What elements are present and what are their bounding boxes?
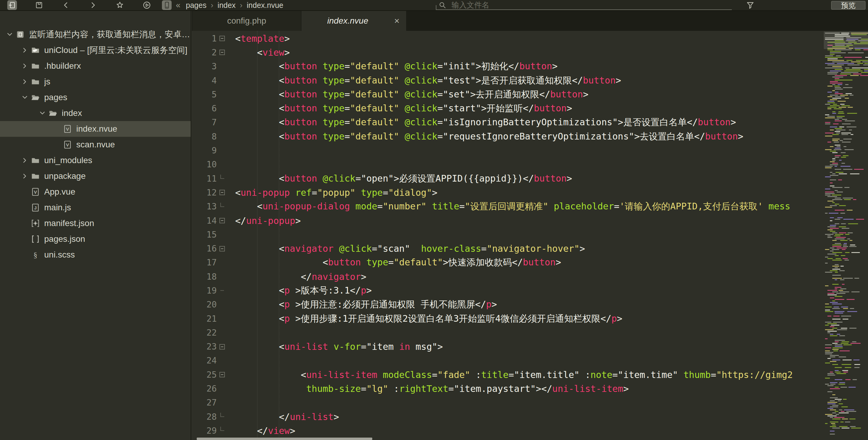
breadcrumb-item[interactable]: index [218, 1, 236, 10]
code-line[interactable]: 23 <uni-list v-for="item in msg"> [192, 340, 824, 354]
code-line[interactable]: 13 <uni-popup-dialog mode="number" title… [192, 200, 824, 214]
tree-item-app.vue[interactable]: VApp.vue [0, 184, 191, 200]
chevron-right-icon[interactable] [19, 46, 30, 55]
chevron-right-icon[interactable] [19, 156, 30, 165]
tree-item--[interactable]: 监听通知栏内容，获取通知栏消息，安卓原… [0, 27, 191, 42]
line-number: 20 [192, 300, 217, 310]
chevron-down-icon[interactable] [4, 30, 15, 39]
tree-item-uni.scss[interactable]: §uni.scss [0, 247, 191, 263]
code-line[interactable]: 29 </view> [192, 423, 824, 438]
tree-item-main.js[interactable]: Jmain.js [0, 200, 191, 216]
run-icon[interactable] [142, 0, 152, 10]
code-line[interactable]: 4 <button type="default" @click="test">是… [192, 73, 824, 88]
fold-marker-box[interactable] [217, 246, 227, 251]
json-brackets-icon [30, 234, 40, 244]
code-line[interactable]: 27 [192, 396, 824, 410]
code-line[interactable]: 22 [192, 325, 824, 340]
code-line[interactable]: 17 <button type="default">快速添加收款码</butto… [192, 256, 824, 270]
code-text: </uni-popup> [235, 216, 301, 226]
search-input[interactable] [452, 1, 700, 9]
code-line[interactable]: 3 <button type="default" @click="init">初… [192, 60, 824, 73]
code-line[interactable]: 15 [192, 227, 824, 242]
code-line[interactable]: 21 <p >使用步骤:1开启通知权限2设置白名单3开始监听4微信必须开启通知栏… [192, 312, 824, 325]
tab-index.nvue[interactable]: index.nvue× [302, 11, 406, 31]
svg-text:V: V [66, 126, 69, 132]
device-icon[interactable] [162, 0, 172, 10]
code-line[interactable]: 1<template> [192, 31, 824, 45]
code-line[interactable]: 25 <uni-list-item modeClass="fade" :titl… [192, 368, 824, 382]
code-line[interactable]: 28 </uni-list> [192, 410, 824, 423]
tree-item-label: pages [44, 93, 67, 102]
tree-item-label: App.vue [44, 187, 75, 197]
tab-config.php[interactable]: config.php [192, 11, 301, 31]
fold-marker-box[interactable] [217, 372, 227, 377]
tab-label: config.php [227, 16, 266, 26]
back-icon[interactable] [61, 0, 71, 10]
tree-item-pages.json[interactable]: pages.json [0, 231, 191, 247]
horizontal-scrollbar-thumb[interactable] [197, 438, 372, 440]
code-line[interactable]: 18 </navigator> [192, 270, 824, 284]
code-line[interactable]: 14</uni-popup> [192, 214, 824, 227]
code-line[interactable]: 9 [192, 144, 824, 157]
breadcrumb-collapse-icon[interactable]: « [176, 1, 180, 10]
code-line[interactable]: 16 <navigator @click="scan" hover-class=… [192, 242, 824, 255]
folder-icon [30, 171, 40, 181]
toolbar: « pages›index›index.nvue 预览 [0, 0, 868, 11]
chevron-right-icon[interactable] [19, 77, 30, 86]
project-icon [15, 30, 25, 39]
minimap[interactable] [824, 31, 868, 440]
tree-item-label: main.js [44, 203, 71, 213]
chevron-down-icon[interactable] [19, 93, 30, 102]
filter-icon[interactable] [745, 1, 755, 10]
code-text: </navigator> [235, 272, 367, 282]
fold-marker-box[interactable] [217, 344, 227, 349]
code-line[interactable]: 26 thumb-size="lg" :rightText="item.pays… [192, 382, 824, 396]
toolbar-icon-group [0, 0, 152, 10]
code-line[interactable]: 11 <button @click="open">必须设置APPID({{app… [192, 171, 824, 186]
code-line[interactable]: 19 <p >版本号:3.1</p> [192, 284, 824, 297]
tree-item-index[interactable]: index [0, 105, 191, 121]
chevron-down-icon[interactable] [37, 108, 48, 118]
code-line[interactable]: 2 <view> [192, 45, 824, 59]
minimap-canvas[interactable] [824, 31, 868, 440]
code-line[interactable]: 10 [192, 158, 824, 171]
line-number: 4 [192, 76, 217, 86]
code-text: <navigator @click="scan" hover-class="na… [235, 243, 585, 254]
code-line[interactable]: 24 [192, 354, 824, 368]
fold-marker-end [217, 203, 227, 211]
tree-item-.hbuilderx[interactable]: .hbuilderx [0, 58, 191, 74]
tree-item-pages[interactable]: pages [0, 90, 191, 105]
code-text: <button type="default" @click="start">开始… [235, 102, 572, 115]
tree-item-index.nvue[interactable]: Vindex.nvue [0, 121, 191, 137]
chevron-right-icon[interactable] [19, 61, 30, 70]
code-line[interactable]: 12<uni-popup ref="popup" type="dialog"> [192, 186, 824, 199]
star-icon[interactable] [115, 0, 125, 10]
close-icon[interactable]: × [394, 17, 400, 25]
code-line[interactable]: 5 <button type="default" @click="set">去开… [192, 88, 824, 101]
fold-marker-box[interactable] [217, 190, 227, 195]
code-area[interactable]: 1<template>2 <view>3 <button type="defau… [192, 31, 824, 440]
breadcrumb-item[interactable]: index.nvue [247, 1, 283, 10]
breadcrumb-item[interactable]: pages [186, 1, 207, 10]
code-line[interactable]: 20 <p >使用注意:必须开启通知权限 手机不能黑屏</p> [192, 298, 824, 312]
tree-item-manifest.json[interactable]: manifest.json [0, 216, 191, 231]
save-icon[interactable] [34, 0, 44, 10]
chevron-right-icon[interactable] [19, 171, 30, 181]
tree-item-unpackage[interactable]: unpackage [0, 168, 191, 184]
tree-item-unicloud-[interactable]: uniCloud – [阿里云:未关联云服务空间] [0, 42, 191, 58]
code-text: <button type="default" @click="requestIg… [235, 130, 743, 143]
tree-item-uni_modules[interactable]: uni_modules [0, 153, 191, 168]
tree-item-scan.nvue[interactable]: Vscan.nvue [0, 137, 191, 153]
new-file-icon[interactable] [7, 0, 17, 10]
tree-item-js[interactable]: js [0, 74, 191, 90]
fold-marker-box[interactable] [217, 50, 227, 55]
code-text: <p >使用步骤:1开启通知权限2设置白名单3开始监听4微信必须开启通知栏权限<… [235, 313, 622, 325]
fold-marker-box[interactable] [217, 36, 227, 41]
breadcrumb-area: « pages›index›index.nvue [162, 0, 287, 10]
forward-icon[interactable] [88, 0, 98, 10]
preview-button[interactable]: 预览 [831, 1, 866, 10]
code-line[interactable]: 8 <button type="default" @click="request… [192, 129, 824, 144]
code-line[interactable]: 7 <button type="default" @click="isIgnor… [192, 116, 824, 129]
fold-marker-box[interactable] [217, 218, 227, 223]
code-line[interactable]: 6 <button type="default" @click="start">… [192, 101, 824, 115]
